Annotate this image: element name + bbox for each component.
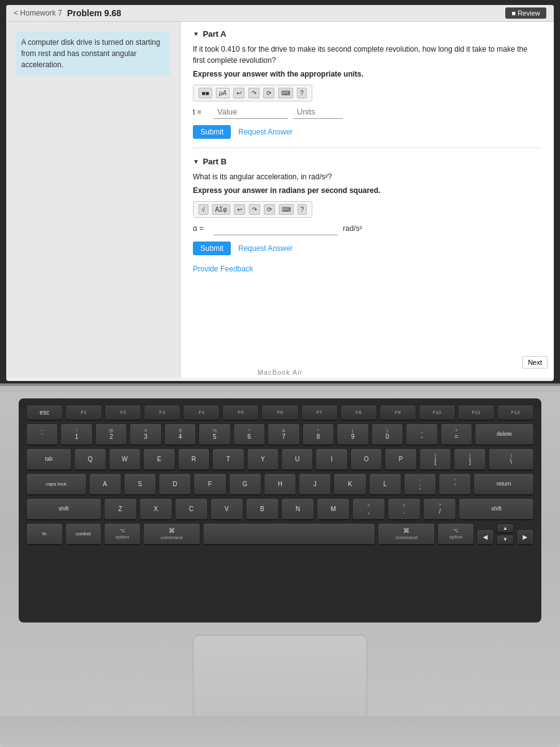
right-shift-key[interactable]: shift <box>459 498 534 520</box>
o-key[interactable]: O <box>350 448 382 471</box>
toolbar-refresh-icon[interactable]: ⟳ <box>263 88 274 98</box>
y-key[interactable]: Y <box>247 448 279 471</box>
p-key[interactable]: P <box>385 448 416 471</box>
tab-key[interactable]: tab <box>26 448 72 471</box>
up-arrow-key[interactable]: ▲ <box>497 524 514 534</box>
control-key[interactable]: control <box>65 523 102 545</box>
equal-key[interactable]: += <box>441 423 472 446</box>
f10-key[interactable]: F10 <box>419 405 455 421</box>
period-key[interactable]: >. <box>388 498 421 520</box>
f6-key[interactable]: F6 <box>261 405 298 421</box>
5-key[interactable]: %5 <box>198 423 230 446</box>
r-key[interactable]: R <box>178 448 210 471</box>
toolbar-grid-icon[interactable]: ■■ <box>198 88 212 98</box>
review-button[interactable]: ■ Review <box>505 7 546 19</box>
3-key[interactable]: #3 <box>129 423 161 446</box>
semicolon-key[interactable]: :; <box>404 473 436 496</box>
part-b-refresh-icon[interactable]: ⟳ <box>264 204 275 215</box>
z-key[interactable]: Z <box>104 498 137 520</box>
fn-key[interactable]: fn <box>26 523 63 545</box>
2-key[interactable]: @2 <box>95 423 127 446</box>
c-key[interactable]: C <box>175 498 208 520</box>
f9-key[interactable]: F9 <box>380 405 416 421</box>
space-key[interactable] <box>203 523 375 545</box>
rbracket-key[interactable]: }] <box>454 448 485 471</box>
d-key[interactable]: D <box>159 473 191 496</box>
provide-feedback-link[interactable]: Provide Feedback <box>193 265 253 273</box>
n-key[interactable]: N <box>281 498 314 520</box>
7-key[interactable]: &7 <box>268 423 299 446</box>
4-key[interactable]: $4 <box>164 423 196 446</box>
delete-key[interactable]: delete <box>475 423 534 446</box>
next-button[interactable]: Next <box>522 356 548 369</box>
backslash-key[interactable]: |\ <box>488 448 534 471</box>
left-arrow-key[interactable]: ◀ <box>477 529 494 545</box>
part-a-submit-button[interactable]: Submit <box>193 125 231 139</box>
lbracket-key[interactable]: {[ <box>419 448 451 471</box>
part-b-value-input[interactable] <box>213 222 338 235</box>
0-key[interactable]: )0 <box>371 423 403 446</box>
w-key[interactable]: W <box>109 448 141 471</box>
u-key[interactable]: U <box>281 448 313 471</box>
part-a-request-button[interactable]: Request Answer <box>238 128 292 136</box>
j-key[interactable]: J <box>299 473 331 496</box>
f7-key[interactable]: F7 <box>301 405 338 421</box>
right-option-key[interactable]: ⌥ option <box>437 523 474 545</box>
f1-key[interactable]: F1 <box>65 405 102 421</box>
v-key[interactable]: V <box>210 498 243 520</box>
quote-key[interactable]: "' <box>439 473 471 496</box>
f2-key[interactable]: F2 <box>105 405 141 421</box>
right-command-key[interactable]: ⌘ command <box>378 523 435 545</box>
h-key[interactable]: H <box>264 473 296 496</box>
down-arrow-key[interactable]: ▼ <box>497 535 514 545</box>
part-b-sqrt-icon[interactable]: √ <box>198 204 208 215</box>
1-key[interactable]: !1 <box>60 423 92 446</box>
esc-key[interactable]: esc <box>26 405 63 421</box>
backtick-key[interactable]: ~` <box>26 423 58 446</box>
toolbar-keyboard-icon[interactable]: ⌨ <box>278 88 293 98</box>
part-b-undo-icon[interactable]: ↩ <box>234 204 245 215</box>
k-key[interactable]: K <box>334 473 366 496</box>
left-command-key[interactable]: ⌘ command <box>143 523 200 545</box>
part-a-value-input[interactable] <box>213 105 288 119</box>
f-key[interactable]: F <box>194 473 226 496</box>
right-arrow-key[interactable]: ▶ <box>516 529 534 545</box>
t-key[interactable]: T <box>212 448 244 471</box>
f4-key[interactable]: F4 <box>183 405 220 421</box>
q-key[interactable]: Q <box>74 448 106 471</box>
part-b-submit-button[interactable]: Submit <box>193 242 231 255</box>
part-b-sigma-icon[interactable]: ΑΣφ <box>212 204 230 215</box>
toolbar-help-icon[interactable]: ? <box>297 88 307 98</box>
e-key[interactable]: E <box>143 448 175 471</box>
f12-key[interactable]: F12 <box>497 405 534 421</box>
s-key[interactable]: S <box>124 473 156 496</box>
part-b-help-icon[interactable]: ? <box>297 204 307 215</box>
slash-key[interactable]: ?/ <box>423 498 456 520</box>
6-key[interactable]: ^6 <box>233 423 265 446</box>
x-key[interactable]: X <box>139 498 172 520</box>
l-key[interactable]: L <box>369 473 401 496</box>
8-key[interactable]: *8 <box>302 423 334 446</box>
part-a-units-input[interactable] <box>293 105 343 119</box>
f3-key[interactable]: F3 <box>144 405 180 421</box>
left-option-key[interactable]: ⌥ option <box>104 523 141 545</box>
caps-key[interactable]: caps lock <box>26 473 86 496</box>
g-key[interactable]: G <box>229 473 261 496</box>
comma-key[interactable]: <, <box>352 498 385 520</box>
toolbar-mu-icon[interactable]: μA <box>216 88 230 98</box>
f5-key[interactable]: F5 <box>222 405 259 421</box>
f11-key[interactable]: F11 <box>458 405 495 421</box>
a-key[interactable]: A <box>89 473 121 496</box>
i-key[interactable]: I <box>315 448 347 471</box>
m-key[interactable]: M <box>317 498 350 520</box>
return-key[interactable]: return <box>474 473 534 496</box>
part-b-redo-icon[interactable]: ↷ <box>249 204 260 215</box>
f8-key[interactable]: F8 <box>340 405 377 421</box>
toolbar-redo-icon[interactable]: ↷ <box>248 88 259 98</box>
left-shift-key[interactable]: shift <box>26 498 101 520</box>
minus-key[interactable]: _- <box>406 423 437 446</box>
part-b-request-button[interactable]: Request Answer <box>238 244 292 253</box>
part-b-keyboard-icon[interactable]: ⌨ <box>279 204 294 215</box>
9-key[interactable]: (9 <box>337 423 368 446</box>
back-link[interactable]: < Homework 7 <box>14 9 62 17</box>
